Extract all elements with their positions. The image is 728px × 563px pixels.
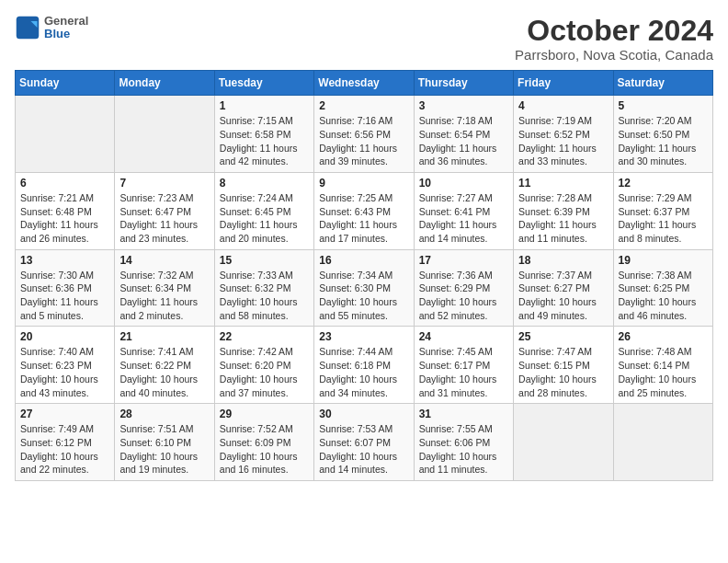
calendar-cell: 17Sunrise: 7:36 AM Sunset: 6:29 PM Dayli… (414, 249, 513, 327)
calendar-cell: 11Sunrise: 7:28 AM Sunset: 6:39 PM Dayli… (514, 172, 613, 249)
calendar-cell: 5Sunrise: 7:20 AM Sunset: 6:50 PM Daylig… (613, 96, 712, 173)
calendar-cell: 4Sunrise: 7:19 AM Sunset: 6:52 PM Daylig… (514, 96, 613, 173)
calendar-cell: 8Sunrise: 7:24 AM Sunset: 6:45 PM Daylig… (214, 172, 313, 249)
calendar-cell: 3Sunrise: 7:18 AM Sunset: 6:54 PM Daylig… (414, 96, 513, 173)
day-detail: Sunrise: 7:48 AM Sunset: 6:14 PM Dayligh… (619, 345, 708, 399)
day-header-saturday: Saturday (613, 71, 712, 96)
day-detail: Sunrise: 7:25 AM Sunset: 6:43 PM Dayligh… (319, 191, 408, 246)
calendar-cell: 25Sunrise: 7:47 AM Sunset: 6:15 PM Dayli… (514, 327, 613, 404)
day-number: 1 (220, 99, 309, 112)
day-detail: Sunrise: 7:42 AM Sunset: 6:20 PM Dayligh… (220, 345, 309, 399)
day-number: 14 (119, 254, 209, 267)
day-number: 16 (319, 254, 408, 267)
day-detail: Sunrise: 7:34 AM Sunset: 6:30 PM Dayligh… (319, 269, 408, 323)
calendar-cell (115, 96, 214, 173)
day-number: 27 (20, 408, 109, 420)
calendar-cell: 16Sunrise: 7:34 AM Sunset: 6:30 PM Dayli… (314, 249, 414, 327)
day-number: 25 (518, 330, 608, 343)
day-detail: Sunrise: 7:55 AM Sunset: 6:06 PM Dayligh… (419, 422, 508, 477)
calendar-cell: 26Sunrise: 7:48 AM Sunset: 6:14 PM Dayli… (613, 327, 712, 404)
day-header-sunday: Sunday (16, 71, 115, 96)
day-detail: Sunrise: 7:45 AM Sunset: 6:17 PM Dayligh… (419, 345, 508, 399)
day-detail: Sunrise: 7:30 AM Sunset: 6:36 PM Dayligh… (20, 269, 109, 323)
calendar-cell: 24Sunrise: 7:45 AM Sunset: 6:17 PM Dayli… (414, 327, 513, 404)
calendar-cell: 2Sunrise: 7:16 AM Sunset: 6:56 PM Daylig… (314, 96, 414, 173)
day-header-tuesday: Tuesday (214, 71, 313, 96)
day-number: 30 (319, 408, 408, 420)
calendar-header: SundayMondayTuesdayWednesdayThursdayFrid… (16, 71, 713, 96)
day-number: 2 (319, 99, 408, 112)
calendar-cell (16, 96, 115, 173)
day-header-thursday: Thursday (414, 71, 513, 96)
day-number: 20 (20, 330, 109, 343)
calendar-table: SundayMondayTuesdayWednesdayThursdayFrid… (15, 70, 713, 481)
subtitle: Parrsboro, Nova Scotia, Canada (515, 47, 713, 63)
calendar-cell: 10Sunrise: 7:27 AM Sunset: 6:41 PM Dayli… (414, 172, 513, 249)
calendar-cell: 12Sunrise: 7:29 AM Sunset: 6:37 PM Dayli… (613, 172, 712, 249)
day-detail: Sunrise: 7:28 AM Sunset: 6:39 PM Dayligh… (518, 191, 608, 246)
logo: General Blue (15, 15, 88, 41)
day-detail: Sunrise: 7:21 AM Sunset: 6:48 PM Dayligh… (20, 191, 109, 246)
day-number: 6 (20, 177, 109, 190)
day-detail: Sunrise: 7:51 AM Sunset: 6:10 PM Dayligh… (119, 422, 209, 477)
calendar-cell: 18Sunrise: 7:37 AM Sunset: 6:27 PM Dayli… (514, 249, 613, 327)
logo-icon (15, 15, 40, 40)
day-detail: Sunrise: 7:49 AM Sunset: 6:12 PM Dayligh… (20, 422, 109, 477)
calendar-cell: 21Sunrise: 7:41 AM Sunset: 6:22 PM Dayli… (115, 327, 214, 404)
day-detail: Sunrise: 7:53 AM Sunset: 6:07 PM Dayligh… (319, 422, 408, 477)
day-header-friday: Friday (514, 71, 613, 96)
calendar-cell: 6Sunrise: 7:21 AM Sunset: 6:48 PM Daylig… (16, 172, 115, 249)
day-detail: Sunrise: 7:16 AM Sunset: 6:56 PM Dayligh… (319, 114, 408, 168)
title-block: October 2024 Parrsboro, Nova Scotia, Can… (515, 15, 713, 63)
day-detail: Sunrise: 7:33 AM Sunset: 6:32 PM Dayligh… (220, 269, 309, 323)
calendar-cell: 19Sunrise: 7:38 AM Sunset: 6:25 PM Dayli… (613, 249, 712, 327)
day-number: 22 (220, 330, 309, 343)
logo-text: General Blue (44, 15, 88, 41)
page-header: General Blue October 2024 Parrsboro, Nov… (15, 15, 713, 63)
calendar-cell: 14Sunrise: 7:32 AM Sunset: 6:34 PM Dayli… (115, 249, 214, 327)
day-detail: Sunrise: 7:36 AM Sunset: 6:29 PM Dayligh… (419, 269, 508, 323)
day-detail: Sunrise: 7:38 AM Sunset: 6:25 PM Dayligh… (619, 269, 708, 323)
day-number: 9 (319, 177, 408, 190)
day-number: 15 (220, 254, 309, 267)
day-detail: Sunrise: 7:23 AM Sunset: 6:47 PM Dayligh… (119, 191, 209, 246)
calendar-cell: 15Sunrise: 7:33 AM Sunset: 6:32 PM Dayli… (214, 249, 313, 327)
calendar-cell: 29Sunrise: 7:52 AM Sunset: 6:09 PM Dayli… (214, 404, 313, 481)
day-detail: Sunrise: 7:24 AM Sunset: 6:45 PM Dayligh… (220, 191, 309, 246)
calendar-cell: 9Sunrise: 7:25 AM Sunset: 6:43 PM Daylig… (314, 172, 414, 249)
day-detail: Sunrise: 7:52 AM Sunset: 6:09 PM Dayligh… (220, 422, 309, 477)
svg-rect-0 (17, 17, 40, 40)
day-header-monday: Monday (115, 71, 214, 96)
day-detail: Sunrise: 7:18 AM Sunset: 6:54 PM Dayligh… (419, 114, 508, 168)
day-number: 8 (220, 177, 309, 190)
logo-line1: General (44, 15, 88, 28)
day-number: 18 (518, 254, 608, 267)
day-detail: Sunrise: 7:47 AM Sunset: 6:15 PM Dayligh… (518, 345, 608, 399)
calendar-week-3: 13Sunrise: 7:30 AM Sunset: 6:36 PM Dayli… (16, 249, 713, 327)
day-number: 10 (419, 177, 508, 190)
day-number: 12 (619, 177, 708, 190)
day-number: 24 (419, 330, 508, 343)
day-number: 11 (518, 177, 608, 190)
day-detail: Sunrise: 7:27 AM Sunset: 6:41 PM Dayligh… (419, 191, 508, 246)
calendar-cell: 31Sunrise: 7:55 AM Sunset: 6:06 PM Dayli… (414, 404, 513, 481)
day-header-wednesday: Wednesday (314, 71, 414, 96)
day-detail: Sunrise: 7:37 AM Sunset: 6:27 PM Dayligh… (518, 269, 608, 323)
day-detail: Sunrise: 7:19 AM Sunset: 6:52 PM Dayligh… (518, 114, 608, 168)
calendar-cell: 22Sunrise: 7:42 AM Sunset: 6:20 PM Dayli… (214, 327, 313, 404)
calendar-cell: 7Sunrise: 7:23 AM Sunset: 6:47 PM Daylig… (115, 172, 214, 249)
day-number: 5 (619, 99, 708, 112)
calendar-cell: 28Sunrise: 7:51 AM Sunset: 6:10 PM Dayli… (115, 404, 214, 481)
day-detail: Sunrise: 7:15 AM Sunset: 6:58 PM Dayligh… (220, 114, 309, 168)
calendar-cell: 1Sunrise: 7:15 AM Sunset: 6:58 PM Daylig… (214, 96, 313, 173)
calendar-week-1: 1Sunrise: 7:15 AM Sunset: 6:58 PM Daylig… (16, 96, 713, 173)
day-number: 19 (619, 254, 708, 267)
day-number: 28 (119, 408, 209, 420)
day-number: 4 (518, 99, 608, 112)
day-number: 17 (419, 254, 508, 267)
day-detail: Sunrise: 7:29 AM Sunset: 6:37 PM Dayligh… (619, 191, 708, 246)
calendar-cell (613, 404, 712, 481)
day-detail: Sunrise: 7:44 AM Sunset: 6:18 PM Dayligh… (319, 345, 408, 399)
day-detail: Sunrise: 7:32 AM Sunset: 6:34 PM Dayligh… (119, 269, 209, 323)
calendar-week-4: 20Sunrise: 7:40 AM Sunset: 6:23 PM Dayli… (16, 327, 713, 404)
